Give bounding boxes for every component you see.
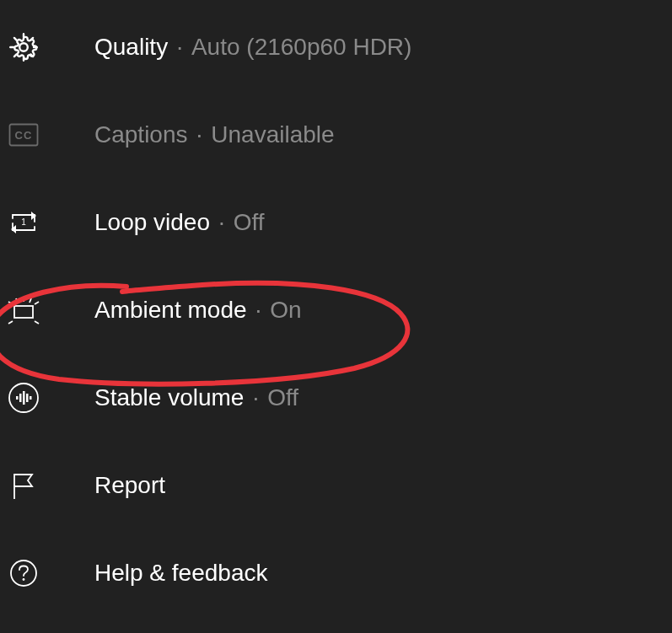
svg-rect-14 bbox=[19, 394, 22, 402]
captions-icon: CC bbox=[7, 118, 40, 152]
svg-point-20 bbox=[23, 578, 25, 581]
menu-item-stable-volume[interactable]: Stable volume · Off bbox=[0, 354, 672, 442]
separator-dot: · bbox=[255, 296, 262, 325]
menu-item-help[interactable]: Help & feedback bbox=[0, 529, 672, 617]
svg-line-10 bbox=[8, 321, 13, 324]
captions-label: Captions bbox=[94, 121, 188, 149]
ambient-label: Ambient mode bbox=[94, 296, 247, 325]
stable-volume-icon bbox=[7, 381, 40, 415]
svg-line-9 bbox=[30, 298, 31, 303]
menu-item-loop[interactable]: 1 Loop video · Off bbox=[0, 179, 672, 266]
stable-volume-value: Off bbox=[267, 384, 298, 412]
gear-icon bbox=[7, 30, 40, 64]
svg-rect-16 bbox=[26, 394, 29, 402]
ambient-icon bbox=[7, 293, 40, 327]
captions-value: Unavailable bbox=[211, 121, 334, 149]
stable-volume-label: Stable volume bbox=[94, 384, 244, 412]
settings-menu: Quality · Auto (2160p60 HDR) CC Captions… bbox=[0, 0, 672, 633]
svg-line-6 bbox=[35, 302, 39, 304]
menu-item-report[interactable]: Report bbox=[0, 442, 672, 529]
menu-item-label-wrap: Ambient mode · On bbox=[94, 296, 302, 325]
svg-text:CC: CC bbox=[15, 129, 33, 142]
svg-rect-4 bbox=[14, 306, 33, 318]
separator-dot: · bbox=[252, 384, 259, 412]
menu-item-label-wrap: Help & feedback bbox=[94, 559, 267, 587]
flag-icon bbox=[7, 469, 40, 502]
menu-item-label-wrap: Quality · Auto (2160p60 HDR) bbox=[94, 33, 411, 62]
menu-item-playback-speed[interactable]: Playback speed · Normal bbox=[0, 617, 672, 633]
help-icon bbox=[7, 556, 40, 590]
svg-rect-13 bbox=[16, 396, 19, 400]
quality-label: Quality bbox=[94, 33, 168, 62]
svg-rect-17 bbox=[30, 396, 32, 400]
menu-item-label-wrap: Loop video · Off bbox=[94, 208, 265, 237]
separator-dot: · bbox=[176, 33, 183, 62]
separator-dot: · bbox=[218, 208, 225, 237]
loop-value: Off bbox=[234, 208, 265, 237]
loop-icon: 1 bbox=[7, 206, 40, 239]
report-label: Report bbox=[94, 471, 165, 500]
menu-item-label-wrap: Stable volume · Off bbox=[94, 384, 298, 412]
separator-dot: · bbox=[196, 121, 203, 149]
menu-item-label-wrap: Captions · Unavailable bbox=[94, 121, 335, 149]
svg-text:1: 1 bbox=[21, 217, 26, 227]
svg-line-5 bbox=[8, 302, 13, 304]
svg-point-19 bbox=[11, 561, 36, 586]
svg-line-11 bbox=[35, 321, 39, 324]
loop-label: Loop video bbox=[94, 208, 210, 237]
quality-value: Auto (2160p60 HDR) bbox=[191, 33, 411, 62]
svg-point-0 bbox=[19, 43, 28, 51]
menu-item-quality[interactable]: Quality · Auto (2160p60 HDR) bbox=[0, 3, 672, 91]
svg-line-8 bbox=[16, 298, 18, 303]
menu-item-label-wrap: Report bbox=[94, 471, 165, 500]
menu-item-ambient[interactable]: Ambient mode · On bbox=[0, 266, 672, 354]
menu-item-captions: CC Captions · Unavailable bbox=[0, 91, 672, 179]
ambient-value: On bbox=[270, 296, 301, 325]
help-label: Help & feedback bbox=[94, 559, 267, 587]
svg-rect-15 bbox=[23, 391, 25, 405]
